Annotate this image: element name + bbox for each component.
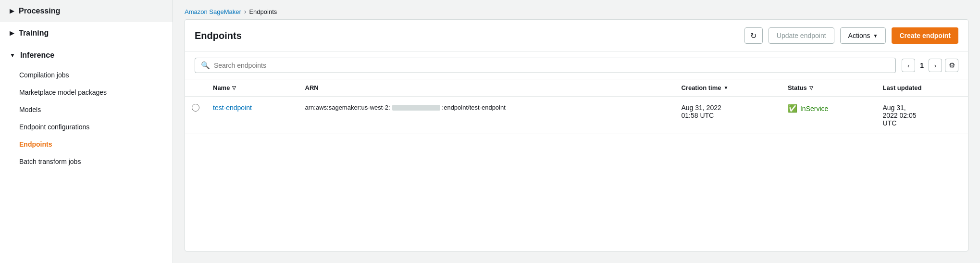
sidebar-item-processing-label: Processing <box>19 7 60 15</box>
update-endpoint-button[interactable]: Update endpoint <box>769 27 834 44</box>
status-badge: InService <box>800 105 828 113</box>
sidebar-item-batch-transform-jobs[interactable]: Batch transform jobs <box>0 153 173 170</box>
main-content: Amazon SageMaker › Endpoints Endpoints ↻… <box>173 0 980 263</box>
endpoints-card: Endpoints ↻ Update endpoint Actions ▼ Cr… <box>185 19 968 251</box>
row-name-cell: test-endpoint <box>206 97 298 134</box>
search-bar: 🔍 <box>195 58 896 73</box>
sidebar-item-models-label: Models <box>19 106 41 113</box>
next-page-icon: › <box>934 62 936 69</box>
processing-arrow-icon: ▶ <box>10 8 14 14</box>
row-radio-cell <box>185 97 206 134</box>
create-endpoint-label: Create endpoint <box>899 32 951 39</box>
last-updated-line3: UTC <box>883 119 962 127</box>
status-icon: ✅ <box>788 104 797 113</box>
creation-time-line1: Aug 31, 2022 <box>681 104 774 112</box>
update-endpoint-label: Update endpoint <box>777 32 826 39</box>
prev-page-button[interactable]: ‹ <box>902 59 915 72</box>
endpoints-table: Name ▽ ARN Creation time <box>185 79 968 134</box>
col-arn: ARN <box>298 79 675 97</box>
row-radio-input[interactable] <box>192 104 199 112</box>
col-select <box>185 79 206 97</box>
col-status-label: Status <box>788 84 807 91</box>
row-status-cell: ✅ InService <box>781 97 876 134</box>
refresh-button[interactable]: ↻ <box>744 27 763 44</box>
sidebar-item-training-label: Training <box>19 29 49 38</box>
page-title: Endpoints <box>195 30 739 41</box>
arn-redacted <box>392 105 440 111</box>
row-creation-time-cell: Aug 31, 2022 01:58 UTC <box>674 97 781 134</box>
creation-time-line2: 01:58 UTC <box>681 112 774 119</box>
sidebar-item-marketplace-model-packages[interactable]: Marketplace model packages <box>0 84 173 101</box>
sidebar-item-compilation-jobs-label: Compilation jobs <box>19 71 69 79</box>
next-page-button[interactable]: › <box>929 59 942 72</box>
sidebar-item-endpoints-label: Endpoints <box>19 140 52 148</box>
settings-button[interactable]: ⚙ <box>945 59 958 72</box>
col-name-sort-icon[interactable]: ▽ <box>232 85 236 90</box>
table-wrapper: Name ▽ ARN Creation time <box>185 79 968 251</box>
inference-arrow-icon: ▼ <box>10 52 15 59</box>
actions-button[interactable]: Actions ▼ <box>840 27 886 44</box>
search-bar-wrapper: 🔍 ‹ 1 › ⚙ <box>185 52 968 79</box>
sidebar-item-training[interactable]: ▶ Training <box>0 22 173 44</box>
col-last-updated: Last updated <box>876 79 968 97</box>
sidebar-item-batch-transform-label: Batch transform jobs <box>19 158 81 165</box>
table-header-row: Name ▽ ARN Creation time <box>185 79 968 97</box>
sidebar-item-inference-label: Inference <box>20 51 54 60</box>
col-creation-time-label: Creation time <box>681 84 721 91</box>
col-last-updated-label: Last updated <box>883 84 922 91</box>
pagination-controls: ‹ 1 › ⚙ <box>902 59 958 72</box>
sidebar-item-inference[interactable]: ▼ Inference <box>0 44 173 66</box>
sidebar-item-marketplace-label: Marketplace model packages <box>19 88 107 96</box>
col-name: Name ▽ <box>206 79 298 97</box>
actions-arrow-icon: ▼ <box>873 33 878 38</box>
col-arn-label: ARN <box>305 84 319 91</box>
sidebar-item-endpoints[interactable]: Endpoints <box>0 136 173 153</box>
breadcrumb-separator: › <box>244 8 247 15</box>
sidebar-item-endpoint-configurations[interactable]: Endpoint configurations <box>0 118 173 136</box>
training-arrow-icon: ▶ <box>10 30 14 37</box>
row-last-updated-cell: Aug 31, 2022 02:05 UTC <box>876 97 968 134</box>
refresh-icon: ↻ <box>750 31 757 40</box>
breadcrumb-sagemaker-link[interactable]: Amazon SageMaker <box>185 8 241 15</box>
arn-suffix: :endpoint/test-endpoint <box>442 104 506 111</box>
actions-label: Actions <box>848 32 870 39</box>
sidebar-item-models[interactable]: Models <box>0 101 173 118</box>
search-input[interactable] <box>214 62 890 69</box>
col-creation-time-sort-icon[interactable]: ▼ <box>724 85 729 90</box>
last-updated-line1: Aug 31, <box>883 104 962 112</box>
breadcrumb: Amazon SageMaker › Endpoints <box>173 0 980 19</box>
sidebar-item-processing[interactable]: ▶ Processing <box>0 0 173 22</box>
search-icon: 🔍 <box>201 61 210 70</box>
table-row: test-endpoint arn:aws:sagemaker:us-west-… <box>185 97 968 134</box>
last-updated-line2: 2022 02:05 <box>883 112 962 119</box>
row-arn-cell: arn:aws:sagemaker:us-west-2::endpoint/te… <box>298 97 675 134</box>
gear-icon: ⚙ <box>949 61 955 70</box>
col-name-label: Name <box>213 84 230 91</box>
arn-prefix: arn:aws:sagemaker:us-west-2: <box>305 104 390 111</box>
sidebar: ▶ Processing ▶ Training ▼ Inference Comp… <box>0 0 173 263</box>
col-status-sort-icon[interactable]: ▽ <box>809 85 813 90</box>
col-creation-time: Creation time ▼ <box>674 79 781 97</box>
create-endpoint-button[interactable]: Create endpoint <box>892 27 958 44</box>
sidebar-item-endpoint-configurations-label: Endpoint configurations <box>19 123 89 131</box>
card-header: Endpoints ↻ Update endpoint Actions ▼ Cr… <box>185 20 968 52</box>
col-status: Status ▽ <box>781 79 876 97</box>
endpoint-name-link[interactable]: test-endpoint <box>213 104 252 112</box>
prev-page-icon: ‹ <box>907 62 909 69</box>
current-page-number: 1 <box>918 62 926 69</box>
sidebar-item-compilation-jobs[interactable]: Compilation jobs <box>0 66 173 84</box>
breadcrumb-current: Endpoints <box>249 8 277 15</box>
